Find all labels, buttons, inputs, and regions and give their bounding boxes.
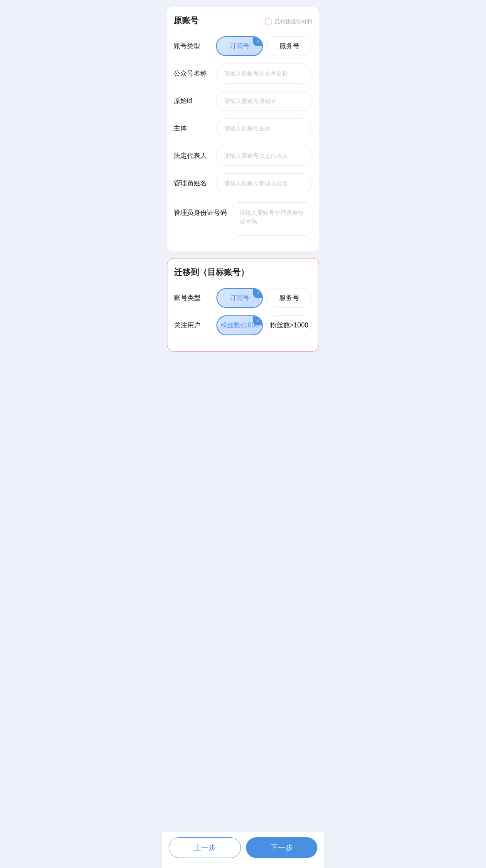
source-admin-id-input[interactable] <box>232 202 312 236</box>
target-card-title: 迁移到（目标账号） <box>174 267 249 278</box>
source-badge: 已对接提供材料 <box>265 18 312 25</box>
source-legal-rep-input[interactable] <box>216 146 312 166</box>
prev-button[interactable]: 上一步 <box>169 837 241 858</box>
source-admin-id-label: 管理员身份证号码 <box>174 202 227 217</box>
source-public-name-label: 公众号名称 <box>174 69 211 78</box>
target-account-type-label: 账号类型 <box>174 293 211 302</box>
target-card-header: 迁移到（目标账号） <box>174 267 312 280</box>
target-follow-users-toggle-group: 粉丝数≤1000 粉丝数>1000 <box>216 315 312 335</box>
source-public-name-input[interactable] <box>216 64 312 84</box>
source-admin-name-input[interactable] <box>216 173 312 193</box>
source-original-id-input[interactable] <box>216 91 312 111</box>
source-card: 原账号 已对接提供材料 账号类型 订阅号 服务号 公众号名称 原始id 主体 法… <box>167 7 319 251</box>
target-account-type-toggle-group: 订阅号 服务号 <box>216 288 312 308</box>
source-account-type-toggle-group: 订阅号 服务号 <box>216 36 312 56</box>
source-account-type-label: 账号类型 <box>174 42 211 51</box>
source-admin-name-label: 管理员姓名 <box>174 179 211 188</box>
source-admin-name-row: 管理员姓名 <box>174 173 312 193</box>
target-toggle-service[interactable]: 服务号 <box>266 288 312 308</box>
target-follow-users-row: 关注用户 粉丝数≤1000 粉丝数>1000 <box>174 315 312 335</box>
target-card: 迁移到（目标账号） 账号类型 订阅号 服务号 关注用户 粉丝数≤1000 粉丝数… <box>167 258 319 352</box>
source-toggle-subscription[interactable]: 订阅号 <box>216 36 263 56</box>
source-legal-rep-label: 法定代表人 <box>174 151 211 160</box>
target-account-type-row: 账号类型 订阅号 服务号 <box>174 288 312 308</box>
source-legal-rep-row: 法定代表人 <box>174 146 312 166</box>
target-follow-users-label: 关注用户 <box>174 321 211 330</box>
source-entity-row: 主体 <box>174 118 312 138</box>
next-button-label: 下一步 <box>270 843 293 852</box>
source-account-type-row: 账号类型 订阅号 服务号 <box>174 36 312 56</box>
source-entity-label: 主体 <box>174 124 211 133</box>
source-original-id-label: 原始id <box>174 96 211 106</box>
target-toggle-fans-gt-1000[interactable]: 粉丝数>1000 <box>266 315 312 335</box>
bottom-bar: 上一步 下一步 <box>162 832 324 868</box>
badge-label: 已对接提供材料 <box>275 18 312 25</box>
target-toggle-subscription[interactable]: 订阅号 <box>216 288 263 308</box>
source-admin-id-row: 管理员身份证号码 <box>174 201 312 236</box>
source-public-name-row: 公众号名称 <box>174 64 312 84</box>
source-toggle-service[interactable]: 服务号 <box>266 36 312 56</box>
source-original-id-row: 原始id <box>174 91 312 111</box>
badge-circle-icon <box>265 18 272 25</box>
target-toggle-fans-lte-1000[interactable]: 粉丝数≤1000 <box>216 315 263 335</box>
source-card-header: 原账号 已对接提供材料 <box>174 15 312 28</box>
source-card-title: 原账号 <box>174 15 199 26</box>
source-entity-input[interactable] <box>216 118 312 138</box>
next-button[interactable]: 下一步 <box>246 837 317 858</box>
